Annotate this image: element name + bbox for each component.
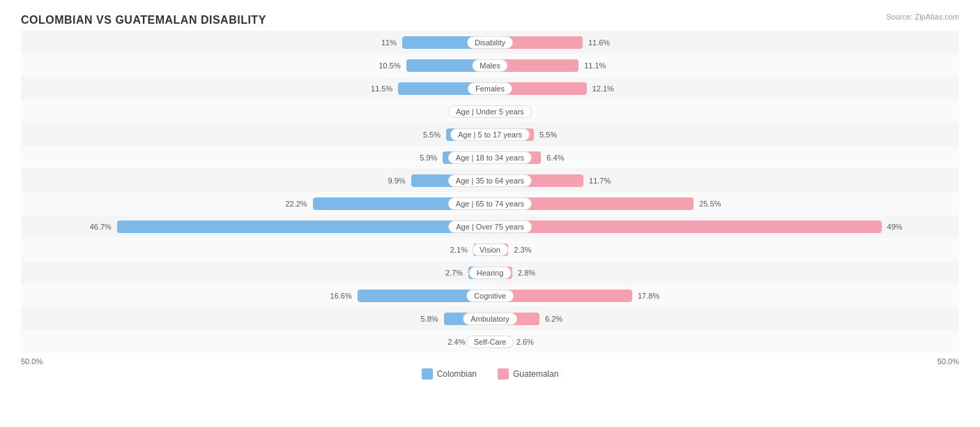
right-value-label: 49% [885, 223, 903, 231]
bar-wrapper: 11%11.6%Disability [21, 31, 959, 54]
left-value-label: 11.5% [371, 84, 395, 93]
bar-row: 2.4%2.6%Self-Care [21, 330, 959, 353]
chart-container: COLOMBIAN VS GUATEMALAN DISABILITY Sourc… [0, 0, 980, 427]
bar-wrapper: 5.9%6.4%Age | 18 to 34 years [21, 146, 959, 169]
right-value-label: 2.8% [515, 269, 535, 277]
legend-swatch-colombian [422, 368, 433, 380]
right-value-label: 12.1% [590, 84, 614, 93]
legend-item-guatemalan: Guatemalan [498, 368, 558, 380]
right-value-label: 6.4% [544, 153, 564, 162]
axis-labels: 50.0% 50.0% [21, 357, 959, 366]
bar-wrapper: 11.5%12.1%Females [21, 77, 959, 100]
right-value-label: 5.5% [537, 130, 557, 139]
left-value-label: 5.8% [420, 315, 441, 323]
bar-wrapper: 2.1%2.3%Vision [21, 238, 959, 261]
right-value-label: 17.8% [635, 292, 659, 300]
right-value-label: 11.7% [586, 177, 611, 185]
center-label: Age | Under 5 years [448, 105, 532, 118]
legend-item-colombian: Colombian [422, 368, 477, 380]
center-label: Age | 5 to 17 years [450, 128, 530, 141]
bar-row: 10.5%11.1%Males [21, 54, 959, 77]
bar-row: 22.2%25.5%Age | 65 to 74 years [21, 192, 959, 215]
bar-wrapper: 2.7%2.8%Hearing [21, 261, 959, 284]
chart-title: COLOMBIAN VS GUATEMALAN DISABILITY [21, 14, 959, 27]
left-value-label: 2.4% [447, 338, 468, 346]
bar-wrapper: 10.5%11.1%Males [21, 54, 959, 77]
left-value-label: 2.1% [450, 246, 470, 254]
left-value-label: 9.9% [388, 177, 408, 185]
right-value-label: 6.2% [542, 315, 562, 323]
legend-label-colombian: Colombian [437, 369, 477, 379]
bar-row: 2.7%2.8%Hearing [21, 261, 959, 284]
bar-row: 46.7%49%Age | Over 75 years [21, 215, 959, 238]
source-label: Source: ZipAtlas.com [886, 13, 959, 21]
left-value-label: 16.6% [330, 292, 355, 300]
bar-row: 9.9%11.7%Age | 35 to 64 years [21, 169, 959, 192]
left-value-label: 2.7% [445, 269, 466, 277]
left-value-label: 46.7% [90, 223, 114, 231]
center-label: Hearing [469, 267, 512, 279]
left-value-label: 11% [381, 38, 399, 47]
bar-row: 5.5%5.5%Age | 5 to 17 years [21, 123, 959, 146]
bar-wrapper: 2.4%2.6%Self-Care [21, 330, 959, 353]
left-value-label: 22.2% [285, 200, 309, 208]
center-label: Females [468, 82, 512, 95]
bar-row: 11%11.6%Disability [21, 31, 959, 54]
bar-row: 11.5%12.1%Females [21, 77, 959, 100]
axis-right: 50.0% [937, 357, 959, 366]
bar-wrapper: 5.5%5.5%Age | 5 to 17 years [21, 123, 959, 146]
bar-row: 5.9%6.4%Age | 18 to 34 years [21, 146, 959, 169]
right-value-label: 11.6% [585, 38, 610, 47]
right-bar [490, 220, 882, 233]
right-value-label: 25.5% [696, 200, 721, 208]
bar-wrapper: 22.2%25.5%Age | 65 to 74 years [21, 192, 959, 215]
chart-area: 11%11.6%Disability10.5%11.1%Males11.5%12… [21, 31, 959, 353]
center-label: Males [472, 59, 507, 72]
bar-wrapper: 9.9%11.7%Age | 35 to 64 years [21, 169, 959, 192]
left-value-label: 10.5% [378, 61, 403, 70]
bar-row: 16.6%17.8%Cognitive [21, 284, 959, 307]
center-label: Age | 18 to 34 years [448, 151, 532, 164]
center-label: Vision [472, 244, 508, 256]
right-value-label: 11.1% [581, 61, 606, 70]
bar-row: 2.1%2.3%Vision [21, 238, 959, 261]
legend-swatch-guatemalan [498, 368, 509, 380]
bar-wrapper: 1.2%1.2%Age | Under 5 years [21, 100, 959, 123]
center-label: Self-Care [466, 336, 514, 348]
axis-left: 50.0% [21, 357, 43, 366]
left-value-label: 5.5% [423, 130, 443, 139]
right-value-label: 2.3% [511, 246, 531, 254]
bar-wrapper: 5.8%6.2%Ambulatory [21, 307, 959, 330]
bar-row: 1.2%1.2%Age | Under 5 years [21, 100, 959, 123]
left-value-label: 5.9% [420, 153, 440, 162]
bar-wrapper: 46.7%49%Age | Over 75 years [21, 215, 959, 238]
legend: Colombian Guatemalan [21, 368, 959, 380]
center-label: Disability [467, 36, 513, 49]
bar-wrapper: 16.6%17.8%Cognitive [21, 284, 959, 307]
center-label: Ambulatory [463, 313, 517, 325]
center-label: Age | 65 to 74 years [448, 197, 532, 210]
legend-label-guatemalan: Guatemalan [513, 369, 558, 379]
center-label: Age | 35 to 64 years [448, 174, 532, 187]
bar-row: 5.8%6.2%Ambulatory [21, 307, 959, 330]
center-label: Age | Over 75 years [448, 220, 532, 233]
right-value-label: 2.6% [514, 338, 534, 346]
left-bar [117, 220, 490, 233]
center-label: Cognitive [466, 290, 514, 302]
